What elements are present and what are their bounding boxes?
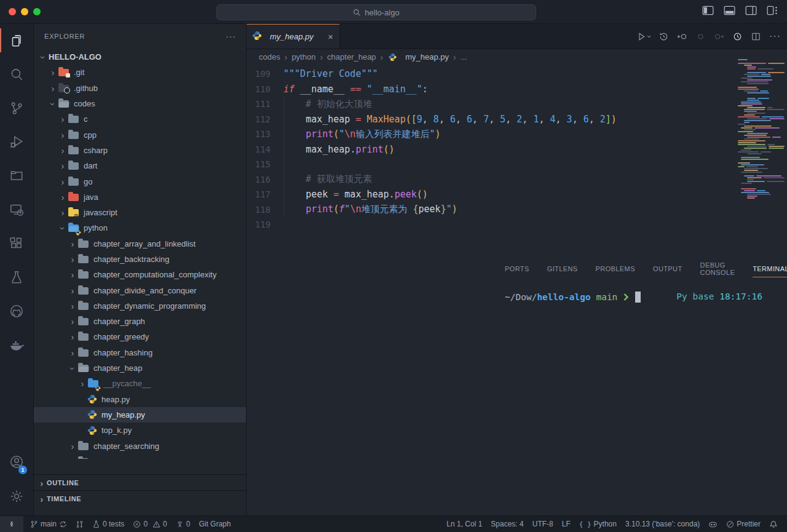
accounts-button[interactable]: 1: [0, 445, 33, 479]
branch-status[interactable]: main: [26, 516, 71, 532]
tree-item-chapter_computational_complexity[interactable]: ›chapter_computational_complexity: [33, 267, 246, 282]
code-line-114[interactable]: 114 max_heap.print(): [246, 142, 732, 157]
settings-button[interactable]: [0, 479, 33, 514]
tab-my-heap[interactable]: my_heap.py ×: [246, 23, 340, 49]
tree-item-chapter_heap[interactable]: ›chapter_heap: [33, 360, 246, 376]
sidebar-item-docker[interactable]: [0, 328, 33, 362]
code-line-109[interactable]: 109"""Driver Code""": [246, 66, 732, 82]
tree-item-.git[interactable]: ›.git: [33, 65, 246, 80]
tree-item-chapter_greedy[interactable]: ›chapter_greedy: [33, 329, 246, 344]
tree-item-go[interactable]: ›go: [33, 173, 246, 189]
tree-item-chapter_divide_and_conquer[interactable]: ›chapter_divide_and_conquer: [33, 282, 246, 298]
breadcrumb-item[interactable]: my_heap.py: [405, 52, 449, 62]
panel-tab-terminal[interactable]: TERMINAL: [753, 261, 787, 276]
tree-item-heap.py[interactable]: heap.py: [33, 392, 246, 407]
tree-item-python[interactable]: › python: [33, 220, 246, 236]
tree-item-csharp[interactable]: ›csharp: [33, 143, 246, 158]
sidebar-item-run-debug[interactable]: [0, 125, 33, 159]
explorer-more-actions[interactable]: ···: [226, 31, 236, 41]
tree-item-javascript[interactable]: ›JSjavascript: [33, 205, 246, 220]
tree-item-chapter_dynamic_programming[interactable]: ›chapter_dynamic_programming: [33, 298, 246, 314]
tree-item-chapter_graph[interactable]: ›chapter_graph: [33, 314, 246, 329]
tree-item-__pycache__[interactable]: › __pycache__: [33, 376, 246, 391]
terminal[interactable]: ~/Dow/hello-algo main Py base 18:17:16: [505, 292, 762, 303]
toggle-secondary-sidebar-icon[interactable]: [745, 6, 757, 15]
encoding-status[interactable]: UTF-8: [528, 516, 558, 532]
outline-section-header[interactable]: › OUTLINE: [33, 474, 246, 491]
panel-tab-gitlens[interactable]: GITLENS: [547, 261, 578, 276]
sidebar-item-testing[interactable]: [0, 260, 33, 294]
remote-indicator[interactable]: [0, 516, 23, 532]
zoom-window-button[interactable]: [33, 8, 41, 15]
tree-item-my_heap.py[interactable]: my_heap.py: [33, 407, 246, 423]
language-mode[interactable]: { } Python: [575, 516, 621, 532]
code-line-117[interactable]: 117 peek = max_heap.peek(): [246, 187, 732, 202]
tree-item-dart[interactable]: ›dart: [33, 158, 246, 173]
toggle-primary-sidebar-icon[interactable]: [702, 6, 714, 15]
open-changes-prev-icon[interactable]: [677, 31, 687, 42]
tree-item-chapter_backtracking[interactable]: ›chapter_backtracking: [33, 252, 246, 267]
panel-tab-problems[interactable]: PROBLEMS: [596, 261, 635, 276]
command-center-search[interactable]: hello-algo: [216, 4, 536, 20]
tree-item-chapter_sorting[interactable]: ›chapter_sorting: [33, 454, 246, 459]
sidebar-item-github[interactable]: [0, 294, 33, 328]
problems-status[interactable]: 0 0: [129, 516, 171, 532]
tree-item-codes[interactable]: ›codes: [33, 96, 246, 111]
tree-item-java[interactable]: ›java: [33, 189, 246, 205]
breadcrumb-item[interactable]: codes: [259, 52, 280, 62]
tests-status[interactable]: 0 tests: [88, 516, 129, 532]
tree-item-chapter_searching[interactable]: ›chapter_searching: [33, 438, 246, 453]
code-line-119[interactable]: 119: [246, 217, 732, 232]
gitlens-clock-icon[interactable]: [732, 31, 743, 42]
code-line-116[interactable]: 116 # 获取堆顶元素: [246, 172, 732, 188]
code-line-110[interactable]: 110if __name__ == "__main__":: [246, 82, 732, 97]
close-window-button[interactable]: [9, 8, 16, 15]
breadcrumb-item[interactable]: ...: [461, 52, 467, 62]
breadcrumb-item[interactable]: chapter_heap: [327, 52, 376, 62]
code-line-113[interactable]: 113 print("\n输入列表并建堆后"): [246, 127, 732, 142]
code-line-112[interactable]: 112 max_heap = MaxHeap([9, 8, 6, 6, 7, 5…: [246, 112, 732, 127]
open-changes-next-icon[interactable]: [714, 31, 724, 42]
file-history-icon[interactable]: [658, 31, 669, 42]
code-area[interactable]: 109"""Driver Code"""110if __name__ == "_…: [246, 66, 732, 232]
sidebar-item-extensions[interactable]: [0, 226, 33, 260]
panel-tab-debug-console[interactable]: DEBUG CONSOLE: [700, 258, 735, 280]
tree-item-HELLO-ALGO[interactable]: ›HELLO-ALGO: [33, 49, 246, 65]
open-changes-icon[interactable]: [695, 31, 706, 42]
feedback-status[interactable]: 0: [172, 516, 195, 532]
minimize-window-button[interactable]: [21, 8, 28, 15]
python-interpreter[interactable]: 3.10.13 ('base': conda): [621, 516, 704, 532]
sidebar-item-source-control[interactable]: [0, 91, 33, 125]
panel-tab-ports[interactable]: PORTS: [505, 261, 529, 276]
panel-tab-output[interactable]: OUTPUT: [653, 261, 682, 276]
eol-status[interactable]: LF: [558, 516, 575, 532]
code-line-118[interactable]: 118 print(f"\n堆顶元素为 {peek}"): [246, 202, 732, 218]
code-line-115[interactable]: 115: [246, 157, 732, 172]
run-dropdown-icon[interactable]: ›: [644, 35, 654, 38]
tree-item-chapter_hashing[interactable]: ›chapter_hashing: [33, 345, 246, 360]
copilot-status[interactable]: [704, 516, 722, 532]
indentation-status[interactable]: Spaces: 4: [486, 516, 528, 532]
git-graph-button[interactable]: Git Graph: [194, 516, 235, 532]
minimap[interactable]: [738, 59, 785, 199]
sidebar-item-explorer[interactable]: [0, 23, 33, 57]
notifications-bell[interactable]: [765, 516, 782, 532]
tree-item-cpp[interactable]: ›cpp: [33, 127, 246, 142]
breadcrumb-item[interactable]: python: [291, 52, 315, 62]
cursor-position[interactable]: Ln 1, Col 1: [442, 516, 486, 532]
tree-item-top_k.py[interactable]: top_k.py: [33, 423, 246, 438]
sidebar-item-project-manager[interactable]: [0, 159, 33, 193]
tree-item-.github[interactable]: ›.github: [33, 81, 246, 96]
customize-layout-icon[interactable]: [767, 6, 778, 15]
prettier-status[interactable]: Prettier: [722, 516, 765, 532]
close-tab-icon[interactable]: ×: [328, 31, 333, 42]
tree-item-c[interactable]: ›c: [33, 111, 246, 127]
sidebar-item-remote-explorer[interactable]: [0, 193, 33, 226]
sidebar-item-search[interactable]: [0, 57, 33, 91]
code-line-111[interactable]: 111 # 初始化大顶堆: [246, 97, 732, 112]
compare-status[interactable]: [71, 516, 88, 532]
timeline-section-header[interactable]: › TIMELINE: [33, 490, 246, 507]
more-actions-icon[interactable]: ···: [769, 31, 781, 42]
split-editor-icon[interactable]: [751, 31, 761, 42]
toggle-panel-icon[interactable]: [724, 6, 735, 15]
